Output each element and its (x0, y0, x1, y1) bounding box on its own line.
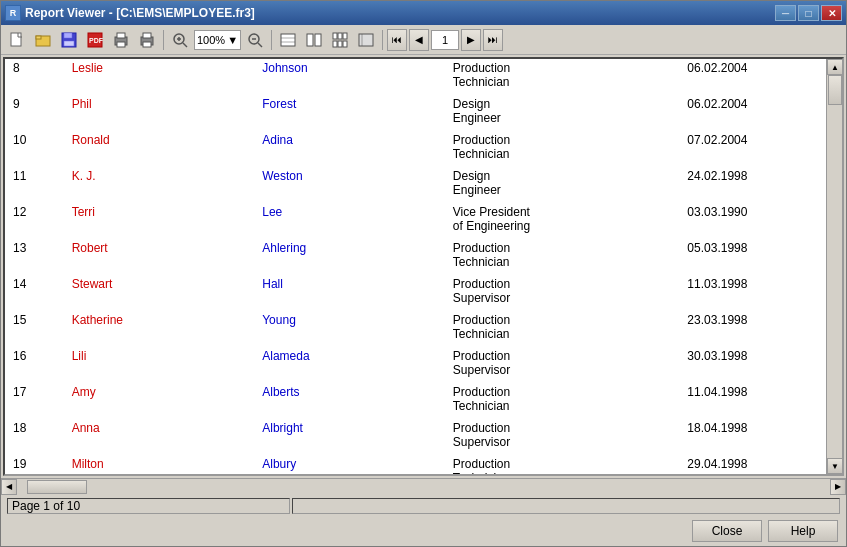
table-row: 10 Ronald Adina ProductionTechnician 07.… (5, 129, 826, 165)
new-button[interactable] (5, 29, 29, 51)
table-row: 16 Lili Alameda ProductionSupervisor 30.… (5, 345, 826, 381)
open-button[interactable] (31, 29, 55, 51)
hire-date: 11.04.1998 (679, 381, 826, 417)
scroll-thumb[interactable] (828, 75, 842, 105)
zoom-value: 100% (197, 34, 225, 46)
row-number: 19 (5, 453, 64, 474)
table-row: 15 Katherine Young ProductionTechnician … (5, 309, 826, 345)
job-title: ProductionTechnician (445, 381, 680, 417)
svg-rect-12 (143, 33, 151, 38)
last-page-button[interactable]: ⏭ (483, 29, 503, 51)
title-bar-left: R Report Viewer - [C:\EMS\EMPLOYEE.fr3] (5, 5, 255, 21)
row-number: 9 (5, 93, 64, 129)
hire-date: 11.03.1998 (679, 273, 826, 309)
job-title: ProductionTechnician (445, 129, 680, 165)
main-window: R Report Viewer - [C:\EMS\EMPLOYEE.fr3] … (0, 0, 847, 547)
window-title: Report Viewer - [C:\EMS\EMPLOYEE.fr3] (25, 6, 255, 20)
prev-page-button[interactable]: ◀ (409, 29, 429, 51)
view-btn1[interactable] (276, 29, 300, 51)
table-row: 18 Anna Albright ProductionSupervisor 18… (5, 417, 826, 453)
status-bar: Page 1 of 10 (1, 494, 846, 516)
print-button[interactable] (109, 29, 133, 51)
scroll-track[interactable] (827, 75, 842, 458)
vertical-scrollbar[interactable]: ▲ ▼ (826, 59, 842, 474)
scroll-down-button[interactable]: ▼ (827, 458, 843, 474)
print2-button[interactable] (135, 29, 159, 51)
report-table: 8 Leslie Johnson ProductionTechnician 06… (5, 59, 826, 474)
first-name: K. J. (64, 165, 255, 201)
table-row: 12 Terri Lee Vice Presidentof Engineerin… (5, 201, 826, 237)
svg-rect-25 (315, 34, 321, 46)
first-name: Amy (64, 381, 255, 417)
zoom-display: 100% ▼ (194, 30, 241, 50)
svg-rect-13 (143, 42, 151, 47)
toolbar: PDF 100% ▼ ⏮ (1, 25, 846, 55)
hire-date: 03.03.1990 (679, 201, 826, 237)
table-row: 14 Stewart Hall ProductionSupervisor 11.… (5, 273, 826, 309)
last-name: Lee (254, 201, 445, 237)
page-number-input[interactable] (431, 30, 459, 50)
zoom-in-button[interactable] (168, 29, 192, 51)
svg-rect-30 (338, 41, 342, 47)
view-btn2[interactable] (302, 29, 326, 51)
row-number: 12 (5, 201, 64, 237)
svg-rect-27 (338, 33, 342, 39)
h-scroll-track[interactable] (17, 479, 830, 495)
bottom-bar: Close Help (1, 516, 846, 546)
svg-rect-31 (343, 41, 347, 47)
close-button[interactable]: Close (692, 520, 762, 542)
sep3 (382, 30, 383, 50)
job-title: ProductionTechnician (445, 59, 680, 93)
maximize-button[interactable]: □ (798, 5, 819, 21)
minimize-button[interactable]: ─ (775, 5, 796, 21)
zoom-out-button[interactable] (243, 29, 267, 51)
job-title: DesignEngineer (445, 165, 680, 201)
save-button[interactable] (57, 29, 81, 51)
row-number: 13 (5, 237, 64, 273)
job-title: ProductionSupervisor (445, 417, 680, 453)
pdf-button[interactable]: PDF (83, 29, 107, 51)
zoom-dropdown-icon[interactable]: ▼ (227, 34, 238, 46)
table-row: 8 Leslie Johnson ProductionTechnician 06… (5, 59, 826, 93)
row-number: 16 (5, 345, 64, 381)
h-scroll-thumb[interactable] (27, 480, 87, 494)
view-btn3[interactable] (328, 29, 352, 51)
first-name: Phil (64, 93, 255, 129)
report-scroll[interactable]: 8 Leslie Johnson ProductionTechnician 06… (5, 59, 826, 474)
svg-rect-10 (117, 42, 125, 47)
scroll-up-button[interactable]: ▲ (827, 59, 843, 75)
first-name: Ronald (64, 129, 255, 165)
svg-rect-9 (117, 33, 125, 38)
svg-rect-28 (343, 33, 347, 39)
horizontal-scrollbar[interactable]: ◀ ▶ (1, 478, 846, 494)
first-page-button[interactable]: ⏮ (387, 29, 407, 51)
hire-date: 07.02.2004 (679, 129, 826, 165)
first-name: Anna (64, 417, 255, 453)
sep1 (163, 30, 164, 50)
last-name: Johnson (254, 59, 445, 93)
job-title: ProductionTechnician (445, 453, 680, 474)
table-row: 19 Milton Albury ProductionTechnician 29… (5, 453, 826, 474)
scroll-right-button[interactable]: ▶ (830, 479, 846, 495)
hire-date: 23.03.1998 (679, 309, 826, 345)
first-name: Stewart (64, 273, 255, 309)
page-info: Page 1 of 10 (7, 498, 290, 514)
row-number: 17 (5, 381, 64, 417)
svg-line-15 (183, 43, 187, 47)
last-name: Forest (254, 93, 445, 129)
next-page-button[interactable]: ▶ (461, 29, 481, 51)
last-name: Ahlering (254, 237, 445, 273)
row-number: 11 (5, 165, 64, 201)
svg-rect-5 (64, 41, 74, 46)
hire-date: 30.03.1998 (679, 345, 826, 381)
title-bar: R Report Viewer - [C:\EMS\EMPLOYEE.fr3] … (1, 1, 846, 25)
table-row: 11 K. J. Weston DesignEngineer 24.02.199… (5, 165, 826, 201)
last-name: Alberts (254, 381, 445, 417)
svg-rect-2 (36, 36, 41, 39)
first-name: Milton (64, 453, 255, 474)
view-btn4[interactable] (354, 29, 378, 51)
help-button[interactable]: Help (768, 520, 838, 542)
hire-date: 18.04.1998 (679, 417, 826, 453)
window-close-button[interactable]: ✕ (821, 5, 842, 21)
scroll-left-button[interactable]: ◀ (1, 479, 17, 495)
